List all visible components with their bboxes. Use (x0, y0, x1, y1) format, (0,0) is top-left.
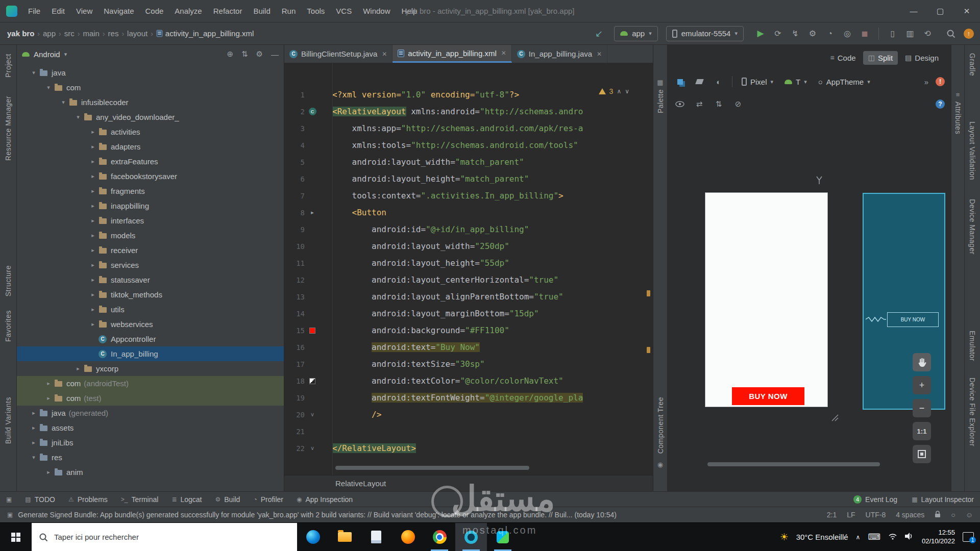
blueprint-buy-now-button[interactable]: BUY NOW (887, 312, 939, 327)
code-line[interactable]: 4 xmlns:tools="http://schemas.android.co… (284, 137, 653, 154)
taskbar-bluestacks-button[interactable] (487, 523, 519, 551)
window-menu-icon[interactable]: ▣ (6, 496, 12, 503)
tool-tab-logcat[interactable]: ≣Logcat (172, 495, 202, 504)
tree-item-receiver[interactable]: ▸receiver (17, 243, 284, 258)
ide-update-icon[interactable]: ↑ (964, 29, 974, 39)
issues-badge[interactable]: ! (936, 77, 945, 86)
tree-item-activities[interactable]: ▸activities (17, 124, 284, 139)
tree-collapsed-arrow-icon[interactable]: ▸ (29, 410, 38, 416)
menu-analyze[interactable]: Analyze (169, 7, 207, 15)
tool-tab-profiler[interactable]: ◔Profiler (253, 495, 283, 504)
wifi-icon[interactable] (888, 533, 897, 541)
stop-button[interactable]: ◼ (857, 26, 872, 41)
clock[interactable]: 12:55 02/10/2022 (922, 529, 955, 546)
tree-item-anim[interactable]: ▸anim (17, 465, 284, 480)
tool-tab-todo[interactable]: ▤TODO (25, 495, 55, 504)
sync-project-button[interactable]: ⟲ (920, 26, 935, 41)
tree-collapsed-arrow-icon[interactable]: ▸ (88, 129, 97, 135)
event-log-tab[interactable]: 4 Event Log (853, 495, 897, 504)
tool-stripe-tab-layout-validation[interactable]: Layout Validation (968, 121, 976, 182)
view-mode-code[interactable]: ≡Code (825, 51, 861, 65)
tree-item-models[interactable]: ▸models (17, 228, 284, 243)
tree-item-interfaces[interactable]: ▸interfaces (17, 213, 284, 228)
code-line[interactable]: 11 android:layout_height="55dp" (284, 255, 653, 271)
menu-vcs[interactable]: VCS (330, 7, 357, 15)
tree-collapsed-arrow-icon[interactable]: ▸ (74, 365, 83, 372)
night-mode-icon[interactable]: ◐ (713, 76, 725, 88)
tree-collapsed-arrow-icon[interactable]: ▸ (88, 158, 97, 165)
tool-stripe-tab-emulator[interactable]: Emulator (968, 331, 976, 363)
weather-text[interactable]: 30°C Ensoleillé (796, 533, 848, 541)
code-line[interactable]: 19 android:textFontWeight="@integer/goog… (284, 389, 653, 406)
project-view-select[interactable]: Android ▾ (22, 50, 67, 59)
fold-marker-icon[interactable]: ∨ (310, 411, 314, 418)
tree-item-in-app-billing[interactable]: CIn_app_billing (17, 346, 284, 361)
code-line[interactable]: 2C<RelativeLayout xmlns:android="http://… (284, 103, 653, 120)
bookmark-icon[interactable]: ▸ (311, 209, 314, 216)
tool-stripe-tab-project[interactable]: Project (4, 54, 12, 79)
tool-tab-build[interactable]: ⚙Build (215, 495, 240, 504)
taskbar-android-studio-button[interactable] (455, 523, 487, 551)
menu-view[interactable]: View (70, 7, 98, 15)
line-separator[interactable]: LF (847, 511, 855, 519)
inspection-widget[interactable]: 3 ∧ ∨ (599, 87, 629, 95)
tree-item-jnilibs[interactable]: ▸jniLibs (17, 435, 284, 450)
tree-collapsed-arrow-icon[interactable]: ▸ (88, 291, 97, 298)
color-swatch-icon[interactable] (309, 378, 315, 384)
tree-item-yxcorp[interactable]: ▸yxcorp (17, 361, 284, 376)
code-line[interactable]: 22∨</RelativeLayout> (284, 440, 653, 457)
editor-breadcrumb-item[interactable]: RelativeLayout (335, 479, 386, 488)
tree-item-services[interactable]: ▸services (17, 258, 284, 272)
magnet-autoconnect-icon[interactable]: ⊘ (732, 98, 744, 110)
device-select[interactable]: emulator-5554 ▾ (666, 26, 744, 41)
tool-stripe-tab-build-variants[interactable]: Build Variants (4, 397, 12, 445)
indent-setting[interactable]: 4 spaces (896, 511, 924, 519)
search-everywhere-icon[interactable] (943, 26, 959, 41)
tool-stripe-tab-gradle[interactable]: Gradle (968, 53, 976, 78)
taskbar-edge-button[interactable] (297, 523, 329, 551)
code-line[interactable]: 9 android:id="@+id/in_app_billing" (284, 221, 653, 238)
editor-tab-activity-in-app-billing-xml[interactable]: activity_in_app_billing.xml✕ (393, 45, 512, 63)
preview-device-select[interactable]: Pixel ▾ (740, 78, 775, 86)
profile-button[interactable]: ◔ (822, 26, 838, 41)
help-icon[interactable]: ? (936, 99, 945, 109)
theme-select[interactable]: ○ AppTheme ▾ (816, 78, 872, 86)
layout-inspector-tab[interactable]: ▦ Layout Inspector (912, 495, 974, 504)
code-line[interactable]: 14 android:layout_marginBottom="15dp" (284, 305, 653, 322)
tree-expanded-arrow-icon[interactable]: ▾ (74, 114, 83, 120)
tree-collapsed-arrow-icon[interactable]: ▸ (88, 262, 97, 268)
breadcrumb-item-yak-bro[interactable]: yak bro (6, 29, 35, 38)
menu-tools[interactable]: Tools (301, 7, 330, 15)
device-manager-button[interactable]: ▯ (885, 26, 900, 41)
resize-handle-icon[interactable] (831, 414, 839, 422)
tree-item-facebookstorysaver[interactable]: ▸facebookstorysaver (17, 169, 284, 184)
tool-tab-app-inspection[interactable]: ◉App Inspection (297, 495, 353, 504)
breadcrumb-item-layout[interactable]: layout (126, 29, 149, 38)
locate-file-button[interactable]: ⊕ (227, 49, 233, 59)
breadcrumb-item-main[interactable]: main (82, 29, 101, 38)
code-line[interactable]: 15 android:background="#FF1100" (284, 322, 653, 339)
view-options-eye-icon[interactable] (674, 98, 686, 110)
tree-item-com-test[interactable]: ▸com(test) (17, 391, 284, 406)
close-tab-icon[interactable]: ✕ (382, 51, 387, 58)
color-swatch-red-icon[interactable] (309, 328, 315, 334)
tree-collapsed-arrow-icon[interactable]: ▸ (88, 321, 97, 328)
tree-collapsed-arrow-icon[interactable]: ▸ (88, 188, 97, 194)
tree-item-fragments[interactable]: ▸fragments (17, 184, 284, 198)
feedback-smiley-icon[interactable]: ☺ (966, 511, 973, 519)
tree-item-com-androidtest[interactable]: ▸com(androidTest) (17, 376, 284, 391)
tree-item-tiktok-methods[interactable]: ▸tiktok_methods (17, 287, 284, 302)
tree-item-res[interactable]: ▾res (17, 450, 284, 465)
api-level-select[interactable]: T ▾ (782, 78, 809, 86)
taskbar-notepad-button[interactable] (360, 523, 392, 551)
apply-code-changes-button[interactable]: ↯ (788, 26, 803, 41)
debug-button[interactable]: ⚙ (805, 26, 820, 41)
menu-file[interactable]: File (22, 7, 46, 15)
tree-item-appcontroller[interactable]: CAppcontroller (17, 332, 284, 346)
tree-collapsed-arrow-icon[interactable]: ▸ (29, 439, 38, 446)
class-marker-icon[interactable]: C (309, 108, 316, 115)
design-preview-device[interactable]: BUY NOW (705, 192, 828, 407)
code-line[interactable]: 5 android:layout_width="match_parent" (284, 154, 653, 170)
minimize-button[interactable]: — (900, 0, 927, 22)
constraints-icon[interactable]: ⇅ (713, 98, 725, 110)
